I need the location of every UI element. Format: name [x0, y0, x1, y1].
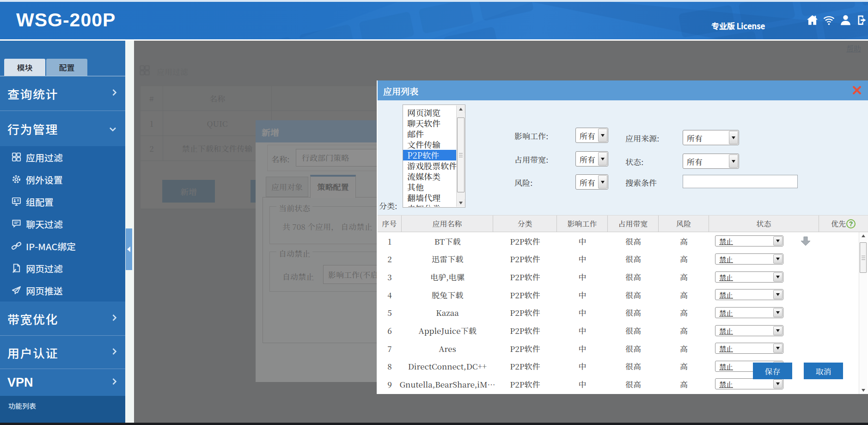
table-row[interactable]: 2迅雷下载P2P软件中很高高禁止	[378, 250, 858, 268]
table-row[interactable]: 5KazaaP2P软件中很高高禁止	[378, 304, 858, 322]
table-cell: Ares	[402, 339, 493, 357]
dropdown-arrow-button[interactable]	[729, 131, 738, 144]
sidebar-item-bandwidth[interactable]: 带宽优化	[0, 302, 125, 336]
sidebar-item-chat-filter[interactable]: 聊天过滤	[0, 213, 125, 235]
column-header: 应用名称	[432, 218, 462, 229]
sidebar-item-vpn[interactable]: VPN	[0, 369, 125, 396]
category-option[interactable]: 流媒体类	[403, 171, 456, 182]
scrollbar-thumb[interactable]	[860, 242, 867, 273]
tab-modules[interactable]: 模块	[4, 59, 45, 76]
category-option[interactable]: P2P软件	[403, 150, 456, 160]
dropdown-arrow-button[interactable]	[773, 379, 782, 388]
dropdown-arrow-button[interactable]	[773, 254, 782, 264]
sidebar-item-user-auth[interactable]: 用户认证	[0, 336, 125, 369]
help-question-icon[interactable]: ?	[846, 219, 856, 228]
select-value: 禁止	[719, 308, 733, 317]
dropdown-arrow-button[interactable]	[773, 326, 782, 335]
sidebar-item-ip-mac-binding[interactable]: IP-MAC绑定	[0, 235, 125, 257]
application-window: WSG-200P 专业版 License 模块 配置 查询统计 行为管理	[0, 0, 868, 425]
table-cell: 迅雷下载	[402, 250, 493, 268]
status-select[interactable]: 禁止	[715, 253, 783, 265]
cancel-button[interactable]: 取消	[804, 363, 843, 379]
sidebar-item-behavior-mgmt[interactable]: 行为管理	[0, 111, 125, 146]
table-cell: 很高	[608, 250, 659, 268]
category-option[interactable]: 游戏股票软件	[403, 160, 456, 171]
table-row[interactable]: 3电驴,电骡P2P软件中很高高禁止	[378, 268, 858, 286]
sidebar-item-exceptions[interactable]: 例外设置	[0, 168, 125, 191]
filter-bandwidth-select[interactable]: 所有	[575, 151, 608, 166]
sidebar-item-group-config[interactable]: 组配置	[0, 191, 125, 213]
chevron-right-icon	[112, 347, 117, 358]
logout-icon[interactable]	[856, 13, 868, 27]
tab-config[interactable]: 配置	[46, 59, 87, 76]
status-select[interactable]: 禁止	[715, 235, 783, 246]
scroll-down-button[interactable]	[457, 199, 465, 207]
status-select[interactable]: 禁止	[715, 271, 783, 283]
category-option[interactable]: 邮件	[403, 129, 456, 139]
select-value: 禁止	[719, 326, 733, 335]
scroll-up-button[interactable]	[457, 105, 465, 113]
status-select[interactable]: 禁止	[715, 378, 783, 389]
select-value: 禁止	[719, 254, 733, 264]
status-select[interactable]: 禁止	[715, 325, 783, 336]
filter-risk-select[interactable]: 所有	[575, 174, 608, 190]
dropdown-arrow-button[interactable]	[773, 290, 782, 299]
priority-down-icon[interactable]	[800, 235, 812, 249]
dropdown-arrow-button[interactable]	[773, 272, 782, 282]
wifi-icon[interactable]	[823, 13, 835, 27]
dropdown-arrow-button[interactable]	[773, 308, 782, 317]
table-cell: 中	[557, 339, 608, 357]
cell-name: 电驴,电骡	[430, 271, 465, 283]
filter-status-select[interactable]: 所有	[683, 154, 739, 169]
chevron-right-icon	[112, 88, 117, 99]
dropdown-arrow-button[interactable]	[773, 344, 782, 353]
table-cell: 高	[659, 375, 709, 393]
category-option[interactable]: 其他	[403, 182, 456, 192]
home-icon[interactable]	[806, 13, 819, 27]
category-option[interactable]: 文件传输	[403, 139, 456, 150]
app-list-modal: 应用列表 分类: 网页浏览 聊天软件 邮件 文件传输 P2P软件 游戏股票软件 …	[377, 80, 868, 394]
table-row[interactable]: 7AresP2P软件中很高高禁止	[378, 339, 858, 357]
dropdown-arrow-button[interactable]	[598, 175, 607, 189]
caret-down-icon	[732, 160, 735, 163]
sidebar-collapse-handle[interactable]	[126, 228, 132, 270]
scroll-up-button[interactable]	[859, 232, 868, 240]
column-header: 序号	[382, 218, 397, 229]
scroll-down-button[interactable]	[859, 386, 868, 394]
table-cell-priority	[819, 250, 858, 268]
dropdown-arrow-button[interactable]	[598, 152, 607, 166]
status-select[interactable]: 禁止	[715, 289, 783, 300]
function-list-bar[interactable]: 功能列表	[0, 396, 125, 423]
filter-impact-select[interactable]: 所有	[575, 128, 608, 143]
sidebar-item-query-stats[interactable]: 查询统计	[0, 76, 125, 111]
category-option[interactable]: 翻墙代理	[403, 192, 456, 203]
table-row[interactable]: 1BT下载P2P软件中很高高禁止	[378, 232, 858, 250]
cell-cat: P2P软件	[510, 343, 540, 354]
listbox-scrollbar[interactable]	[456, 105, 465, 207]
save-button[interactable]: 保存	[753, 363, 792, 379]
close-icon[interactable]	[852, 85, 862, 95]
category-option[interactable]: 未知分类	[403, 203, 456, 207]
category-option[interactable]: 聊天软件	[403, 118, 456, 129]
status-select[interactable]: 禁止	[715, 343, 783, 354]
table-row[interactable]: 6AppleJuice下载P2P软件中很高高禁止	[378, 321, 858, 339]
sidebar-item-web-push[interactable]: 网页推送	[0, 279, 125, 302]
table-header-cell: 分类	[493, 216, 557, 232]
cell-no: 2	[387, 253, 392, 265]
dropdown-arrow-button[interactable]	[773, 236, 782, 246]
cell-bandwidth: 很高	[625, 307, 641, 318]
cell-risk: 高	[680, 235, 688, 247]
dropdown-arrow-button[interactable]	[598, 129, 607, 142]
filter-source-select[interactable]: 所有	[683, 130, 739, 145]
table-scrollbar[interactable]	[859, 232, 867, 394]
category-option[interactable]: 网页浏览	[403, 107, 456, 118]
scrollbar-thumb[interactable]	[457, 117, 465, 192]
search-input[interactable]	[683, 175, 798, 188]
dropdown-arrow-button[interactable]	[729, 154, 738, 168]
status-select[interactable]: 禁止	[715, 307, 783, 318]
sidebar-item-web-filter[interactable]: 网页过滤	[0, 257, 125, 279]
user-icon[interactable]	[839, 13, 852, 27]
sidebar-item-app-filter[interactable]: 应用过滤	[0, 146, 125, 168]
table-row[interactable]: 4脱兔下载P2P软件中很高高禁止	[378, 286, 858, 304]
caret-down-icon	[776, 329, 780, 332]
